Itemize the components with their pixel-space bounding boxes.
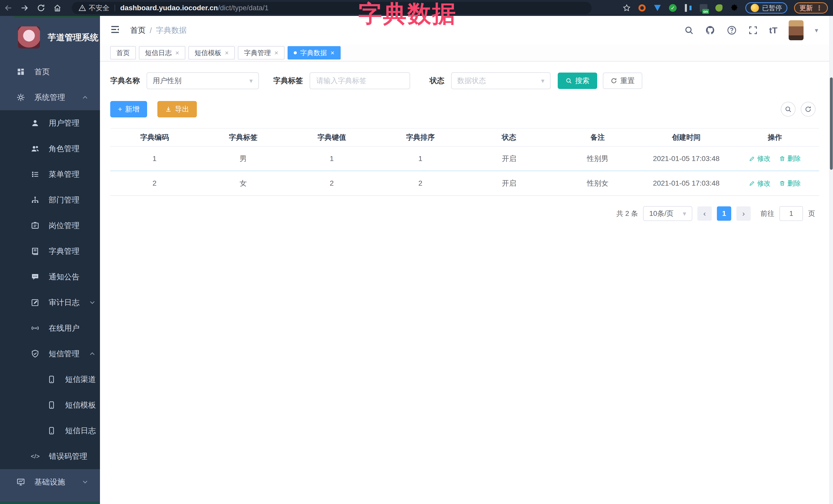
edit-link[interactable]: 修改 bbox=[749, 179, 770, 188]
extension-green-leaf-icon[interactable] bbox=[715, 4, 723, 12]
tab-dict-data-active[interactable]: 字典数据× bbox=[288, 46, 341, 59]
toggle-search-button[interactable] bbox=[781, 102, 795, 117]
phone-icon bbox=[47, 426, 56, 435]
status-select[interactable]: 数据状态 ▾ bbox=[451, 72, 551, 89]
address-bar[interactable]: 不安全 dashboard.yudao.iocoder.cn /dict/typ… bbox=[72, 2, 592, 14]
id-badge-icon bbox=[31, 221, 40, 230]
sidebar-collapse-button[interactable] bbox=[110, 24, 120, 36]
announcement-bubble-icon bbox=[31, 272, 40, 281]
goto-page-input[interactable] bbox=[780, 206, 803, 221]
tab-sms-log[interactable]: 短信日志× bbox=[139, 46, 185, 59]
close-icon[interactable]: × bbox=[274, 49, 278, 57]
export-button[interactable]: 导出 bbox=[158, 101, 197, 117]
sidebar-item-audit-log[interactable]: 审计日志 bbox=[0, 290, 100, 315]
browser-back-button[interactable] bbox=[0, 0, 17, 16]
sidebar-item-online-users[interactable]: 在线用户 bbox=[0, 315, 100, 341]
sidebar-item-sms-log[interactable]: 短信日志 bbox=[0, 418, 100, 443]
sidebar-item-user-management[interactable]: 用户管理 bbox=[0, 110, 100, 136]
extension-orange-ring-icon[interactable] bbox=[638, 4, 646, 12]
online-signal-icon bbox=[31, 324, 40, 333]
extensions-puzzle-icon[interactable] bbox=[730, 4, 739, 12]
table-row[interactable]: 1 男 1 1 开启 性别男 2021-01-05 17:03:48 修改 删除 bbox=[110, 147, 819, 171]
users-icon bbox=[31, 144, 40, 153]
prev-page-button[interactable]: ‹ bbox=[697, 207, 712, 221]
table-row[interactable]: 2 女 2 2 开启 性别女 2021-01-05 17:03:48 修改 删除 bbox=[110, 171, 819, 196]
search-icon[interactable] bbox=[684, 25, 694, 35]
browser-home-button[interactable] bbox=[49, 0, 66, 16]
phone-icon bbox=[47, 375, 56, 384]
sidebar-item-dict-management[interactable]: 字典管理 bbox=[0, 238, 100, 264]
urlbar-divider bbox=[115, 5, 115, 11]
sidebar-item-menu-management[interactable]: 菜单管理 bbox=[0, 162, 100, 187]
sidebar-top-strip bbox=[14, 16, 100, 18]
github-icon[interactable] bbox=[705, 25, 715, 35]
close-icon[interactable]: × bbox=[331, 49, 334, 57]
fullscreen-icon[interactable] bbox=[748, 25, 758, 35]
extension-on-badge-icon[interactable]: on bbox=[699, 4, 708, 12]
dict-tag-label: 字典标签 bbox=[273, 76, 303, 86]
bookmark-star-icon[interactable] bbox=[622, 4, 631, 12]
download-icon bbox=[165, 106, 172, 113]
refresh-table-button[interactable] bbox=[801, 102, 815, 117]
tab-bar: 首页 短信日志× 短信模板× 字典管理× 字典数据× bbox=[100, 45, 829, 62]
sidebar-item-post-management[interactable]: 岗位管理 bbox=[0, 213, 100, 238]
breadcrumb-separator: / bbox=[150, 26, 152, 35]
sidebar-item-role-management[interactable]: 角色管理 bbox=[0, 136, 100, 162]
next-page-button[interactable]: › bbox=[736, 207, 751, 221]
current-page-button[interactable]: 1 bbox=[717, 207, 731, 221]
edit-link[interactable]: 修改 bbox=[749, 154, 770, 163]
table-header-row: 字典编码 字典标签 字典键值 字典排序 状态 备注 创建时间 操作 bbox=[110, 128, 819, 147]
sidebar-item-sms-channel[interactable]: 短信渠道 bbox=[0, 367, 100, 392]
delete-link[interactable]: 删除 bbox=[779, 179, 801, 188]
page-size-select[interactable]: 10条/页 ▾ bbox=[643, 206, 692, 221]
app-logo-row[interactable]: 芋道管理系统 bbox=[0, 16, 100, 59]
page-scrollbar-thumb[interactable] bbox=[830, 77, 833, 170]
dict-name-label: 字典名称 bbox=[110, 76, 140, 86]
dict-tag-input-wrap bbox=[310, 72, 410, 89]
gear-icon bbox=[17, 93, 25, 102]
chrome-update-button[interactable]: 更新 ⋮ bbox=[794, 2, 828, 14]
profile-paused-badge[interactable]: 已暂停 bbox=[745, 2, 787, 14]
sidebar-item-system-management[interactable]: 系统管理 bbox=[0, 85, 100, 110]
browser-reload-button[interactable] bbox=[33, 0, 49, 16]
breadcrumb-home[interactable]: 首页 bbox=[130, 25, 146, 35]
pagination: 共 2 条 10条/页 ▾ ‹ 1 › 前往 页 bbox=[110, 206, 819, 221]
main-content: 字典名称 用户性别 ▾ 字典标签 状态 数据状态 ▾ 搜索 重置 bbox=[100, 62, 829, 504]
search-button[interactable]: 搜索 bbox=[558, 73, 597, 89]
reset-button[interactable]: 重置 bbox=[603, 73, 642, 89]
sidebar-item-sms-management[interactable]: 短信管理 bbox=[0, 341, 100, 367]
not-secure-warning-icon bbox=[78, 4, 86, 12]
tab-home[interactable]: 首页 bbox=[110, 46, 136, 59]
avatar[interactable] bbox=[789, 20, 804, 40]
add-button[interactable]: + 新增 bbox=[110, 101, 147, 117]
close-icon[interactable]: × bbox=[225, 49, 229, 57]
status-value: 开启 bbox=[465, 178, 553, 188]
extension-green-check-icon[interactable]: ✓ bbox=[668, 4, 677, 12]
tab-sms-template[interactable]: 短信模板× bbox=[188, 46, 235, 59]
extension-blue-gem-icon[interactable] bbox=[653, 4, 662, 12]
chrome-menu-dots-icon: ⋮ bbox=[816, 4, 823, 12]
browser-forward-button[interactable] bbox=[17, 0, 33, 16]
status-value: 开启 bbox=[465, 154, 553, 164]
goto-label: 前往 bbox=[760, 209, 774, 218]
sidebar-item-dept-management[interactable]: 部门管理 bbox=[0, 187, 100, 213]
sidebar-item-error-code[interactable]: </>错误码管理 bbox=[0, 443, 100, 469]
refresh-icon bbox=[805, 105, 812, 113]
tab-dict-management[interactable]: 字典管理× bbox=[238, 46, 284, 59]
dict-name-select[interactable]: 用户性别 ▾ bbox=[147, 72, 259, 89]
avatar-caret-down-icon[interactable]: ▾ bbox=[815, 26, 818, 34]
delete-link[interactable]: 删除 bbox=[779, 154, 801, 163]
sidebar-item-notice[interactable]: 通知公告 bbox=[0, 264, 100, 290]
extension-toggles-icon[interactable] bbox=[684, 4, 693, 12]
help-icon[interactable] bbox=[727, 25, 737, 35]
select-caret-down-icon: ▾ bbox=[683, 210, 686, 218]
font-size-icon[interactable]: tT bbox=[769, 25, 777, 35]
sidebar-item-sms-template[interactable]: 短信模板 bbox=[0, 392, 100, 418]
page-scrollbar[interactable] bbox=[829, 16, 833, 504]
sidebar-item-infrastructure[interactable]: 基础设施 bbox=[0, 469, 100, 495]
table-tools bbox=[781, 102, 815, 117]
close-icon[interactable]: × bbox=[175, 49, 179, 57]
dict-tag-input[interactable] bbox=[316, 76, 404, 85]
status-label: 状态 bbox=[430, 76, 445, 86]
sidebar-item-home[interactable]: 首页 bbox=[0, 59, 100, 85]
